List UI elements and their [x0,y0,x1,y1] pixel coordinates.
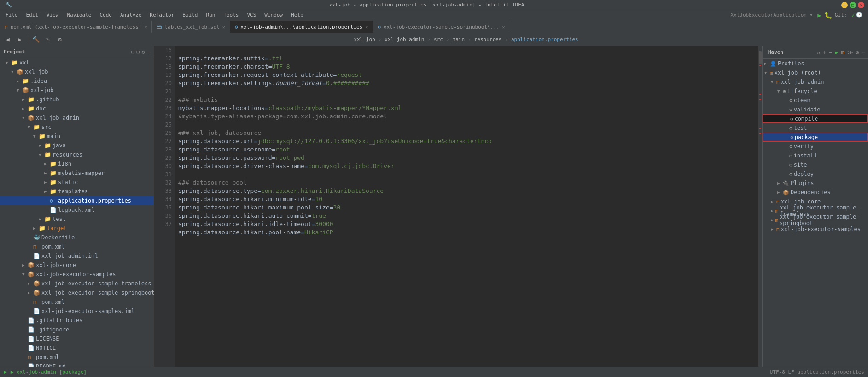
maven-settings-btn[interactable]: ⚙ [855,48,860,57]
maven-lifecycle[interactable]: ▼ ⚙ Lifecycle [763,87,868,96]
tab-tables-sql[interactable]: 🗃 tables_xxl_job.sql ✕ [152,21,230,33]
maximize-button[interactable]: □ [850,2,856,8]
maven-clean[interactable]: ⚙ clean [763,96,868,105]
toolbar-settings[interactable]: ⚙ [55,35,65,45]
maven-skip-btn[interactable]: ≫ [846,48,854,57]
sidebar-item-i18n[interactable]: ▶ 📁 i18n [0,159,154,168]
sidebar-icon-expand[interactable]: ⊞ [131,49,134,55]
maven-refresh-btn[interactable]: ↻ [816,48,821,57]
maven-xxl-job-admin[interactable]: ▼ m xxl-job-admin [763,77,868,87]
sidebar-item-xxl[interactable]: ▼ 📁 xxl [0,58,154,67]
file-icon: 📄 [33,253,41,259]
maven-deploy[interactable]: ⚙ deploy [763,169,868,179]
close-icon[interactable]: ✕ [144,24,147,29]
sidebar-item-idea[interactable]: ▶ 📁 .idea [0,76,154,86]
sidebar-item-xxl-job[interactable]: ▼ 📦 xxl-job [0,67,154,76]
sidebar-item-java[interactable]: ▶ 📁 java [0,141,154,150]
sidebar-item-application-properties[interactable]: ⚙ application.properties [0,196,154,205]
maven-verify[interactable]: ⚙ verify [763,142,868,151]
maven-profiles[interactable]: ▶ 👤 Profiles [763,59,868,68]
sidebar-item-notice[interactable]: 📄 NOTICE [0,343,154,353]
close-icon[interactable]: ✕ [365,24,368,29]
toolbar-forward[interactable]: ▶ [15,35,25,45]
maven-run-btn[interactable]: ▶ [834,48,839,57]
sidebar-item-pom-root[interactable]: m pom.xml [0,353,154,362]
sidebar-item-executor-frameless[interactable]: ▶ 📦 xxl-job-executor-sample-frameless [0,279,154,288]
maven-package[interactable]: ⚙ package [763,133,868,142]
maven-install[interactable]: ⚙ install [763,151,868,160]
menu-item-navigate[interactable]: Navigate [64,11,95,19]
sidebar-item-xxl-job-module[interactable]: ▼ 📦 xxl-job [0,86,154,95]
menu-item-code[interactable]: Code [96,11,116,19]
sidebar-item-test[interactable]: ▶ 📁 test [0,215,154,224]
menu-item-vcs[interactable]: VCS [243,11,260,19]
maven-dependencies[interactable]: ▶ 📦 Dependencies [763,188,868,197]
sidebar-icon-collapse[interactable]: ⊟ [136,49,140,55]
menu-item-help[interactable]: Help [287,11,307,19]
scrollbar-thumb[interactable] [759,51,762,64]
menu-item-run[interactable]: Run [202,11,219,19]
minimize-button[interactable]: ─ [841,2,848,8]
menu-item-window[interactable]: Window [261,11,286,19]
menu-item-build[interactable]: Build [179,11,201,19]
sidebar-item-pom-admin[interactable]: m pom.xml [0,242,154,251]
sidebar-item-target[interactable]: ▶ 📁 target [0,224,154,233]
tab-pom-executor[interactable]: m pom.xml (xxl-job-executor-sample-frame… [0,21,152,33]
menu-item-view[interactable]: View [43,11,63,19]
tab-executor-springboot[interactable]: ⚙ xxl-job-executor-sample-springboot\...… [373,21,510,33]
sidebar-item-dockerfile[interactable]: 🐳 Dockerfile [0,233,154,242]
sidebar-item-static[interactable]: ▶ 📁 static [0,178,154,187]
sidebar-item-gitignore[interactable]: 📄 .gitignore [0,325,154,334]
sidebar-item-templates[interactable]: ▶ 📁 templates [0,187,154,196]
menu-item-tools[interactable]: Tools [220,11,242,19]
menu-item-file[interactable]: File [2,11,22,19]
menu-item-refactor[interactable]: Refactor [146,11,178,19]
maven-plugins[interactable]: ▶ 🔌 Plugins [763,179,868,188]
sidebar-item-logback[interactable]: 📄 logback.xml [0,205,154,215]
toolbar-back[interactable]: ◀ [3,35,13,45]
menu-item-edit[interactable]: Edit [23,11,42,19]
sidebar-item-mybatis-mapper[interactable]: ▶ 📁 mybatis-mapper [0,168,154,178]
maven-xxl-job-root[interactable]: ▼ m xxl-job (root) [763,68,868,77]
sidebar-item-src[interactable]: ▼ 📁 src [0,122,154,132]
sidebar-item-iml-samples[interactable]: 📄 xxl-job-executor-samples.iml [0,307,154,316]
run-button[interactable]: ▶ [817,12,823,19]
maven-executor-samples[interactable]: ▶ m xxl-job-executor-samples [763,225,868,234]
maven-executor-springboot[interactable]: ▶ m xxl-job-executor-sample-springboot [763,215,868,225]
sidebar-item-gitattributes[interactable]: 📄 .gitattributes [0,316,154,325]
maven-test[interactable]: ⚙ test [763,123,868,133]
sidebar-icon-settings[interactable]: ⚙ [142,49,145,55]
maven-m-btn[interactable]: m [840,48,845,57]
debug-button[interactable]: 🐛 [824,12,834,19]
sidebar-item-executor-springboot[interactable]: ▶ 📦 xxl-job-executor-sample-springboot [0,288,154,297]
close-icon[interactable]: ✕ [222,24,225,29]
code-content[interactable]: spring.freemarker.suffix=.ftl spring.fre… [175,46,758,367]
sidebar-item-readme[interactable]: 📄 README.md [0,362,154,367]
sidebar-item-iml-admin[interactable]: 📄 xxl-job-admin.iml [0,251,154,261]
sidebar-item-main[interactable]: ▼ 📁 main [0,132,154,141]
arrow-icon: ▶ [777,181,783,186]
sidebar-item-github[interactable]: ▶ 📁 .github [0,95,154,104]
sidebar-item-pom-samples[interactable]: m pom.xml [0,297,154,307]
maven-compile[interactable]: ⚙ compile [763,114,868,123]
sidebar-item-xxl-job-core[interactable]: ▶ 📦 xxl-job-core [0,261,154,270]
maven-item-label: deploy [794,171,814,177]
maven-validate[interactable]: ⚙ validate [763,105,868,114]
editor-scrollbar[interactable] [758,46,762,367]
maven-close-btn[interactable]: ─ [861,48,866,57]
sidebar-item-xxl-job-admin[interactable]: ▼ 📦 xxl-job-admin [0,113,154,122]
toolbar-sync[interactable]: ↻ [43,35,53,45]
sidebar-icon-close[interactable]: ─ [147,49,150,55]
tab-application-properties[interactable]: ⚙ xxl-job-admin\...\application.properti… [230,21,373,33]
sidebar-item-executor-samples[interactable]: ▼ 📦 xxl-job-executor-samples [0,270,154,279]
maven-remove-btn[interactable]: − [828,48,833,57]
sidebar-item-license[interactable]: 📄 LICENSE [0,334,154,343]
maven-add-btn[interactable]: + [822,48,827,57]
maven-site[interactable]: ⚙ site [763,160,868,169]
sidebar-item-doc[interactable]: ▶ 📁 doc [0,104,154,113]
sidebar-item-resources[interactable]: ▼ 📁 resources [0,150,154,159]
close-button[interactable]: ✕ [858,2,864,8]
menu-item-analyze[interactable]: Analyze [117,11,145,19]
close-icon[interactable]: ✕ [502,24,505,29]
toolbar-build[interactable]: 🔨 [31,35,41,45]
